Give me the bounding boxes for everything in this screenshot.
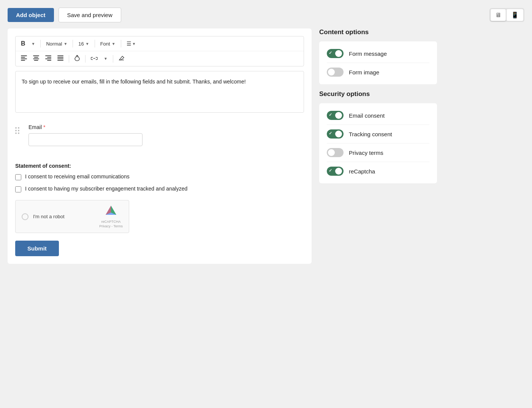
consent-checkbox-2[interactable] bbox=[15, 186, 21, 192]
toolbar: B ▼ Normal ▼ 16 ▼ bbox=[15, 36, 304, 66]
align-center-button[interactable] bbox=[31, 54, 41, 63]
size-selector[interactable]: 16 ▼ bbox=[76, 39, 91, 48]
divider-5 bbox=[69, 55, 69, 63]
list-button[interactable]: ☰ ▼ bbox=[124, 39, 138, 48]
link-button[interactable] bbox=[89, 54, 100, 63]
tracking-consent-knob bbox=[335, 131, 342, 137]
bold-button[interactable]: B bbox=[19, 39, 28, 49]
toolbar-row-2: ▼ bbox=[16, 51, 304, 66]
email-label: Email * bbox=[28, 124, 142, 130]
style-selector[interactable]: Normal ▼ bbox=[44, 39, 70, 48]
align-left-button[interactable] bbox=[19, 54, 29, 63]
check-icon-3: ✓ bbox=[329, 131, 332, 136]
required-star: * bbox=[43, 124, 45, 130]
email-consent-toggle[interactable]: ✓ bbox=[327, 111, 344, 120]
style-label: Normal bbox=[46, 41, 62, 47]
align-right-button[interactable] bbox=[43, 54, 54, 63]
top-bar: Add object Save and preview 🖥 📱 bbox=[8, 8, 524, 22]
divider-3 bbox=[95, 40, 95, 47]
security-options-title: Security options bbox=[319, 90, 437, 98]
consent-item-2: I consent to having my subscriber engage… bbox=[15, 186, 304, 192]
eraser-button[interactable] bbox=[116, 54, 127, 63]
privacy-terms-label: Privacy terms bbox=[349, 150, 383, 156]
svg-rect-9 bbox=[47, 57, 51, 58]
recaptcha-box[interactable]: I'm not a robot reCAPTCHA Privacy - Term… bbox=[15, 200, 129, 233]
color-picker-button[interactable] bbox=[72, 54, 82, 64]
editor-body-text: To sign up to receive our emails, fill i… bbox=[22, 79, 246, 85]
form-image-label: Form image bbox=[349, 69, 379, 76]
style-chevron-icon: ▼ bbox=[63, 42, 67, 46]
align-right-icon bbox=[45, 55, 51, 62]
svg-rect-15 bbox=[57, 60, 63, 61]
recaptcha-toggle[interactable]: ✓ bbox=[327, 167, 344, 176]
privacy-terms-option: Privacy terms bbox=[327, 143, 429, 162]
form-image-slider bbox=[327, 68, 344, 77]
svg-rect-4 bbox=[33, 55, 39, 56]
mobile-icon: 📱 bbox=[511, 12, 519, 18]
tracking-consent-slider: ✓ bbox=[327, 129, 344, 139]
consent-label-1: I consent to receiving email communicati… bbox=[25, 173, 130, 180]
form-message-toggle[interactable]: ✓ bbox=[327, 49, 344, 58]
consent-section: Statement of consent: I consent to recei… bbox=[15, 163, 304, 192]
link-chevron-icon: ▼ bbox=[104, 57, 108, 61]
form-message-label: Form message bbox=[349, 50, 387, 57]
editor-panel: B ▼ Normal ▼ 16 ▼ bbox=[8, 28, 312, 264]
svg-rect-8 bbox=[45, 55, 51, 56]
svg-rect-11 bbox=[47, 60, 51, 61]
font-label: Font bbox=[100, 41, 110, 47]
tracking-consent-toggle[interactable]: ✓ bbox=[327, 129, 344, 139]
font-selector[interactable]: Font ▼ bbox=[98, 39, 118, 48]
recaptcha-slider: ✓ bbox=[327, 167, 344, 176]
divider-4 bbox=[121, 40, 121, 47]
form-image-toggle[interactable] bbox=[327, 68, 344, 77]
mobile-view-button[interactable]: 📱 bbox=[507, 9, 523, 21]
align-center-icon bbox=[33, 55, 39, 62]
check-icon-2: ✓ bbox=[329, 112, 332, 117]
svg-rect-0 bbox=[21, 55, 27, 56]
form-message-slider: ✓ bbox=[327, 49, 344, 58]
editor-text-area[interactable]: To sign up to receive our emails, fill i… bbox=[15, 71, 304, 113]
email-input[interactable] bbox=[28, 133, 142, 146]
svg-rect-3 bbox=[21, 60, 25, 61]
toolbar-row-1: B ▼ Normal ▼ 16 ▼ bbox=[16, 36, 304, 51]
recaptcha-option-label: reCaptcha bbox=[349, 168, 375, 175]
bold-chevron-icon: ▼ bbox=[32, 42, 35, 46]
link-icon bbox=[91, 56, 98, 62]
privacy-terms-toggle[interactable] bbox=[327, 148, 344, 157]
svg-rect-1 bbox=[21, 57, 25, 58]
content-options-card: ✓ Form message Form image bbox=[319, 41, 437, 84]
divider-6 bbox=[85, 55, 86, 63]
recaptcha-knob bbox=[335, 168, 342, 175]
security-options-card: ✓ Email consent ✓ Tracking consent bbox=[319, 103, 437, 183]
email-consent-knob bbox=[335, 112, 342, 119]
main-layout: B ▼ Normal ▼ 16 ▼ bbox=[8, 28, 524, 264]
consent-checkbox-1[interactable] bbox=[15, 174, 21, 180]
list-chevron-icon: ▼ bbox=[132, 42, 136, 46]
drag-handle[interactable] bbox=[15, 127, 19, 134]
recaptcha-links: Privacy - Terms bbox=[99, 224, 123, 228]
privacy-terms-knob bbox=[328, 149, 335, 156]
email-consent-label: Email consent bbox=[349, 112, 385, 119]
desktop-view-button[interactable]: 🖥 bbox=[491, 9, 506, 21]
form-image-option: Form image bbox=[327, 63, 429, 77]
right-panel: Content options ✓ Form message Form ima bbox=[319, 28, 437, 189]
recaptcha-right: reCAPTCHA Privacy - Terms bbox=[99, 205, 123, 228]
email-consent-slider: ✓ bbox=[327, 111, 344, 120]
link-dropdown-button[interactable]: ▼ bbox=[101, 55, 110, 62]
divider-2 bbox=[73, 40, 73, 47]
align-justify-button[interactable] bbox=[55, 54, 66, 63]
consent-header: Statement of consent: bbox=[15, 163, 304, 169]
save-preview-button[interactable]: Save and preview bbox=[59, 8, 121, 22]
svg-rect-10 bbox=[45, 58, 51, 59]
bold-dropdown-button[interactable]: ▼ bbox=[29, 40, 38, 47]
bold-icon: B bbox=[21, 40, 25, 47]
recaptcha-checkbox[interactable] bbox=[22, 213, 28, 220]
add-object-button[interactable]: Add object bbox=[8, 8, 54, 22]
recaptcha-brand-label: reCAPTCHA bbox=[101, 220, 121, 224]
form-image-knob bbox=[328, 69, 335, 76]
submit-button[interactable]: Submit bbox=[15, 241, 59, 256]
consent-item-1: I consent to receiving email communicati… bbox=[15, 173, 304, 180]
size-label: 16 bbox=[78, 41, 84, 47]
consent-label-2: I consent to having my subscriber engage… bbox=[25, 186, 187, 192]
recaptcha-text: I'm not a robot bbox=[33, 214, 65, 219]
